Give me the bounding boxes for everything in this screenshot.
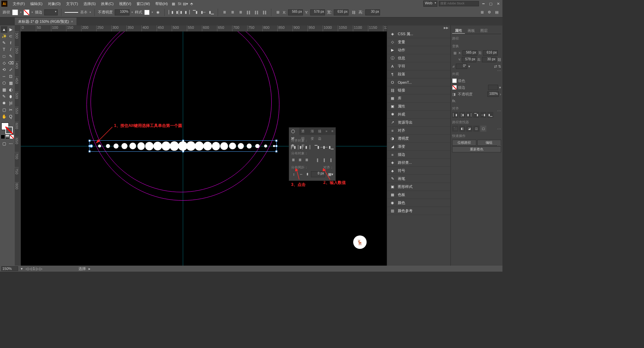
tab-close-icon[interactable]: ×: [71, 20, 73, 23]
selection-tool[interactable]: ▲: [1, 26, 7, 33]
menu-window[interactable]: 窗口(W): [134, 0, 153, 7]
align-hcenter-btn[interactable]: │▮│: [298, 144, 303, 150]
h-input[interactable]: 30 px: [365, 9, 380, 15]
eraser-tool[interactable]: ⌫: [7, 60, 14, 66]
props-tab-layers[interactable]: 图层: [478, 27, 490, 34]
dock-item-7[interactable]: ⛓链接: [387, 86, 450, 94]
distribute-bottom-icon[interactable]: ≣: [237, 9, 244, 15]
color-mode-gradient[interactable]: [5, 135, 10, 139]
type-tool[interactable]: T: [1, 46, 7, 53]
minimize-icon[interactable]: ━: [480, 1, 486, 6]
edit-toolbar-icon[interactable]: ⋯: [7, 140, 14, 147]
ruler-horizontal[interactable]: 0501001502002503003504004505005506006507…: [21, 25, 387, 31]
pf-unite[interactable]: ⬛: [452, 126, 458, 132]
symbol-sprayer-tool[interactable]: ✱: [1, 100, 7, 107]
offset-path-button[interactable]: 位移路径: [452, 140, 476, 146]
align-right-btn[interactable]: ▮▕: [305, 144, 310, 150]
pf-intersect[interactable]: ◪: [466, 126, 472, 132]
props-y-input[interactable]: 578 px: [462, 57, 476, 62]
gradient-tool[interactable]: ◐: [7, 86, 14, 93]
blend-circle-14[interactable]: [203, 142, 212, 150]
dock-item-3[interactable]: ⓘ信息: [387, 54, 450, 62]
gradient-tab[interactable]: 渐变: [309, 128, 316, 135]
menu-effect[interactable]: 效果(C): [98, 0, 116, 7]
menu-type[interactable]: 文字(T): [63, 0, 81, 7]
panel-menu-icon[interactable]: ▤: [494, 9, 500, 15]
menu-view[interactable]: 视图(V): [116, 0, 134, 7]
dock-item-11[interactable]: ↗资源导出: [387, 119, 450, 127]
blend-circle-11[interactable]: [178, 141, 187, 151]
screen-mode-icon[interactable]: ▢: [1, 140, 7, 147]
align-left-btn[interactable]: ▏▮: [291, 144, 296, 150]
zoom-level[interactable]: 150%: [1, 266, 18, 271]
distribute-left-icon[interactable]: ‖‖: [246, 9, 252, 15]
spacing-input[interactable]: 8 px: [311, 171, 325, 177]
blend-circle-12[interactable]: [186, 141, 196, 151]
slice-tool[interactable]: ✂: [7, 107, 14, 113]
props-fill-swatch[interactable]: [452, 78, 457, 83]
align-more-icon[interactable]: ⋯: [497, 127, 501, 131]
dist-hcenter-btn[interactable]: ‖: [322, 157, 327, 162]
props-w-input[interactable]: 616 px: [483, 50, 498, 56]
artboard-nav[interactable]: ◁ ◁ 1 ▷ ▷: [25, 267, 42, 271]
dock-item-10[interactable]: ✱外观: [387, 111, 450, 119]
dock-item-21[interactable]: ◉颜色: [387, 199, 450, 207]
rotate-tool[interactable]: ⟲: [1, 66, 7, 73]
shape-builder-tool[interactable]: ⬡: [1, 80, 7, 86]
pf-exclude[interactable]: ◫: [473, 126, 479, 132]
dock-item-17[interactable]: ♣符号: [387, 167, 450, 175]
dist-bottom-btn[interactable]: ≣: [305, 157, 309, 162]
align-vcenter-btn[interactable]: ─▮─: [321, 144, 327, 150]
menu-edit[interactable]: 编辑(E): [28, 0, 45, 7]
align-right-icon[interactable]: ▮▕: [184, 9, 190, 15]
stroke-tab[interactable]: 描边: [316, 128, 324, 135]
align-left-icon[interactable]: ▏▮: [168, 9, 174, 15]
dock-item-0[interactable]: ◈CSS 属...: [387, 30, 450, 38]
dist-left-btn[interactable]: ‖: [315, 157, 320, 162]
props-x-input[interactable]: 565 px: [463, 50, 477, 56]
direct-selection-tool[interactable]: ▶: [7, 26, 14, 33]
rectangle-tool[interactable]: □: [1, 53, 7, 60]
color-mode-none[interactable]: [10, 135, 14, 139]
pf-expand[interactable]: ▢: [480, 126, 486, 132]
close-icon[interactable]: ✕: [495, 1, 501, 6]
bridge-icon[interactable]: ▦: [170, 1, 176, 7]
w-input[interactable]: 616 px: [334, 9, 348, 15]
p-align-vc[interactable]: ─▮: [480, 112, 486, 118]
blend-circle-18[interactable]: [238, 143, 244, 149]
recolor-icon[interactable]: ◉: [155, 9, 161, 15]
align-top-btn[interactable]: ▔▮: [315, 144, 319, 150]
menu-help[interactable]: 帮助(H): [153, 0, 170, 7]
scale-tool[interactable]: ⤢: [7, 66, 14, 73]
stroke-weight[interactable]: [44, 9, 58, 15]
menu-select[interactable]: 选择(S): [81, 0, 99, 7]
perspective-tool[interactable]: ▦: [7, 80, 14, 86]
dock-item-19[interactable]: ▣图形样式: [387, 183, 450, 191]
document-tab[interactable]: 未标题-1* @ 150% (RGB/预览) ×: [15, 18, 76, 25]
flip-v-icon[interactable]: ⇅: [498, 64, 501, 69]
pen-tool[interactable]: ✎: [1, 40, 7, 46]
gpu-icon[interactable]: ⬘: [189, 1, 195, 7]
dock-item-6[interactable]: OOpenT...: [387, 78, 450, 86]
dock-item-1[interactable]: ◇变量: [387, 38, 450, 46]
blend-tool[interactable]: ⬮: [7, 93, 14, 100]
p-align-hc[interactable]: │▮: [459, 112, 465, 118]
p-align-right[interactable]: ▮▕: [466, 112, 472, 118]
stock-icon[interactable]: St: [176, 1, 182, 7]
appearance-more-icon[interactable]: ⋯: [497, 109, 501, 113]
dock-item-13[interactable]: ◑透明度: [387, 135, 450, 143]
panel-collapse-icon[interactable]: »: [324, 128, 330, 135]
blend-circle-9[interactable]: [161, 141, 170, 150]
blend-circle-15[interactable]: [212, 142, 220, 150]
flip-h-icon[interactable]: ⇄: [494, 64, 497, 69]
align-bottom-icon[interactable]: ▮▁: [208, 9, 214, 15]
free-transform-tool[interactable]: ⊡: [7, 73, 14, 80]
dock-item-14[interactable]: ◢渐变: [387, 143, 450, 151]
pixel-align-icon[interactable]: ⊞: [479, 9, 485, 15]
p-align-top[interactable]: ▔▮: [473, 112, 479, 118]
preferences-icon[interactable]: ⚙: [486, 9, 492, 15]
opacity-input[interactable]: 100%: [115, 9, 129, 15]
maximize-icon[interactable]: ▢: [488, 1, 494, 6]
align-bottom-btn[interactable]: ▮▁: [329, 144, 333, 150]
distribute-top-icon[interactable]: ≣: [221, 9, 227, 15]
